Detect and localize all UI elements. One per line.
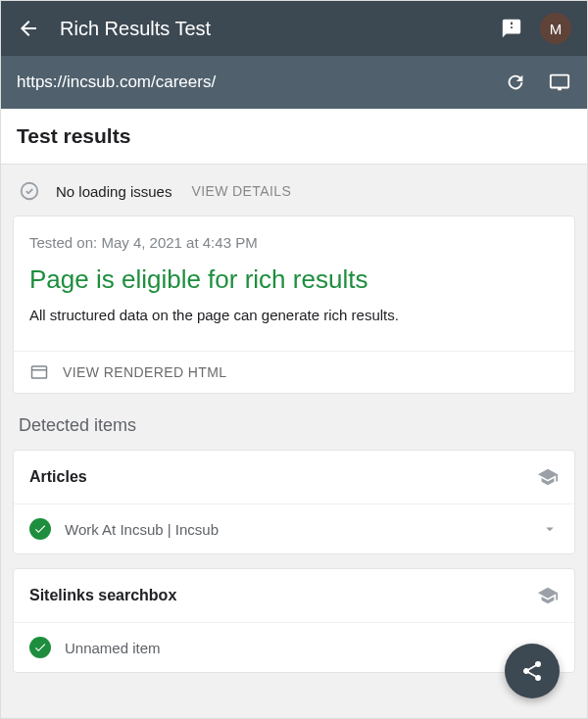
svg-rect-1: [32, 366, 47, 378]
detected-group-sitelinks: Sitelinks searchbox Unnamed item: [13, 568, 575, 673]
chevron-down-icon: [541, 520, 559, 538]
detected-item-label: Unnamed item: [65, 640, 559, 656]
check-circle-icon: [29, 637, 51, 658]
detected-item-label: Work At Incsub | Incsub: [65, 521, 527, 538]
results-header: Test results: [1, 109, 587, 165]
check-circle-icon: [29, 518, 51, 540]
verdict-title: Page is eligible for rich results: [29, 264, 559, 295]
graduation-cap-icon: [537, 466, 559, 488]
group-header[interactable]: Articles: [14, 451, 574, 503]
refresh-icon[interactable]: [505, 72, 526, 93]
summary-card: Tested on: May 4, 2021 at 4:43 PM Page i…: [13, 216, 575, 394]
group-name: Sitelinks searchbox: [29, 587, 176, 604]
topbar: Rich Results Test M: [1, 1, 587, 56]
page-title: Test results: [17, 124, 571, 148]
scroll-area[interactable]: No loading issues VIEW DETAILS Tested on…: [1, 165, 587, 719]
verdict-subtitle: All structured data on the page can gene…: [29, 307, 559, 323]
share-icon: [520, 659, 544, 683]
loading-status-row[interactable]: No loading issues VIEW DETAILS: [13, 176, 575, 216]
view-rendered-html-button[interactable]: VIEW RENDERED HTML: [14, 351, 574, 393]
graduation-cap-icon: [537, 585, 559, 606]
view-rendered-label: VIEW RENDERED HTML: [63, 364, 226, 380]
app-title: Rich Results Test: [60, 18, 501, 40]
url-bar: https://incsub.com/careers/: [1, 56, 587, 109]
share-fab[interactable]: [505, 644, 560, 698]
view-details-button[interactable]: VIEW DETAILS: [191, 183, 291, 199]
detected-group-articles: Articles Work At Incsub | Incsub: [13, 450, 575, 554]
detected-items-title: Detected items: [13, 409, 575, 450]
tested-on-text: Tested on: May 4, 2021 at 4:43 PM: [29, 234, 559, 251]
check-circle-outline-icon: [19, 180, 40, 202]
loading-status-text: No loading issues: [56, 183, 172, 200]
avatar[interactable]: M: [540, 13, 571, 44]
back-arrow-icon[interactable]: [17, 17, 40, 40]
detected-item-row[interactable]: Work At Incsub | Incsub: [14, 503, 574, 553]
feedback-icon[interactable]: [501, 18, 522, 39]
tested-url: https://incsub.com/careers/: [17, 72, 505, 92]
detected-item-row[interactable]: Unnamed item: [14, 622, 574, 672]
desktop-icon[interactable]: [548, 72, 571, 93]
group-name: Articles: [29, 468, 87, 486]
webpage-icon: [29, 363, 49, 381]
group-header[interactable]: Sitelinks searchbox: [14, 569, 574, 622]
